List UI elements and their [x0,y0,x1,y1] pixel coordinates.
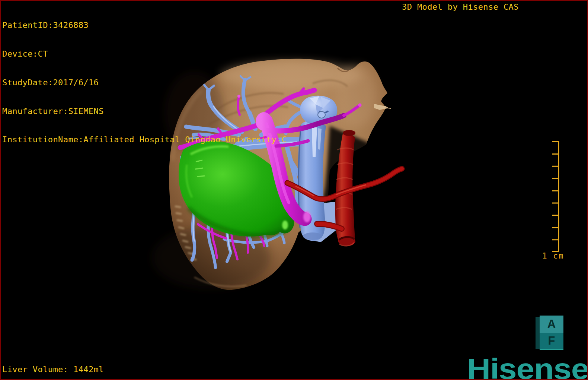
hisense-logo: Hisense [467,352,588,380]
orientation-cube-front-face: A F [540,316,563,350]
patient-info-block: PatientID:3426883 Device:CT StudyDate:20… [2,1,287,164]
institution-line: InstitutionName:Affiliated Hospital Qing… [2,135,287,145]
cas-3d-viewer-window: 1 cm PatientID:3426883 Device:CT StudyDa… [0,0,588,380]
patient-id-line: PatientID:3426883 [2,20,287,30]
device-line: Device:CT [2,49,287,59]
scene-title: 3D Model by Hisense CAS [402,2,519,12]
orientation-cube[interactable]: A F [536,316,563,350]
study-date-line: StudyDate:2017/6/16 [2,78,287,88]
scale-ruler-label: 1 cm [542,251,564,261]
orientation-letter-anterior: A [540,316,563,333]
scale-ruler [533,139,578,256]
orientation-cube-side-face [536,317,540,349]
manufacturer-line: Manufacturer:SIEMENS [2,107,287,116]
orientation-letter-foot: F [540,333,563,350]
liver-volume-label: Liver Volume: 1442ml [2,365,104,374]
